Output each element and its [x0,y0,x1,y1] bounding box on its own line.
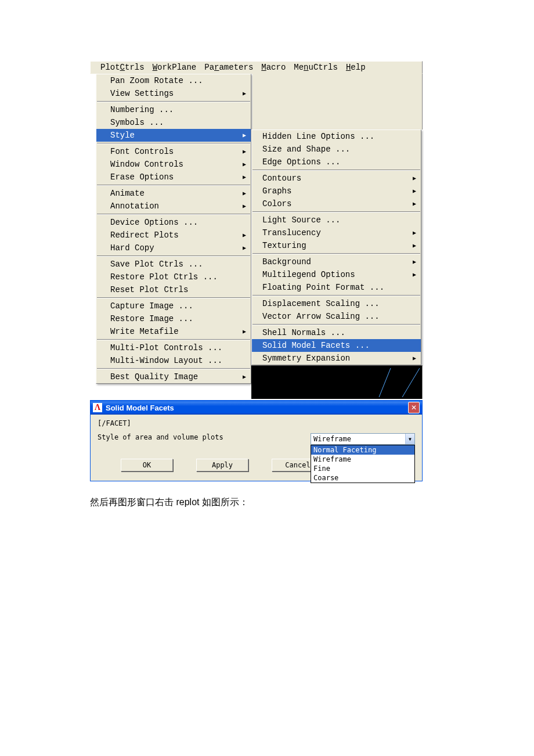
dropdown-arrow-icon: ▼ [405,434,414,444]
submenu-item[interactable]: Edge Options ... [252,156,421,168]
menu-item[interactable]: Redirect Plots▶ [96,229,251,242]
menu-item[interactable]: View Settings▶ [96,87,251,100]
menu-item[interactable]: Best Quality Image▶ [96,370,251,383]
facet-style-select[interactable]: Wireframe ▼ [311,433,415,445]
menu-item[interactable]: Numbering ... [96,103,251,116]
submenu-item[interactable]: Shell Normals ... [252,326,421,339]
submenu-item[interactable]: Symmetry Expansion▶ [252,352,421,365]
apply-button[interactable]: Apply [196,459,248,471]
menu-item[interactable]: Multi-Window Layout ... [96,354,251,367]
style-submenu: Hidden Line Options ...Size and Shape ..… [251,129,421,365]
submenu-item[interactable]: Size and Shape ... [252,143,421,156]
svg-line-1 [402,368,420,397]
menu-item[interactable]: Restore Image ... [96,312,251,325]
menu-item[interactable]: Font Controls▶ [96,145,251,158]
submenu-item[interactable]: Displacement Scaling ... [252,297,421,310]
menu-item[interactable]: Erase Options▶ [96,171,251,183]
submenu-item[interactable]: Background▶ [252,255,421,268]
submenu-item[interactable]: Contours▶ [252,172,421,185]
facet-options-list: Normal FacetingWireframeFineCoarse [311,445,415,483]
menu-macro[interactable]: Macro [257,62,290,73]
select-value: Wireframe [313,435,351,443]
submenu-item[interactable]: Translucency▶ [252,226,421,239]
dialog-title: Solid Model Facets [106,404,408,412]
menu-menuctrls[interactable]: MenuCtrls [290,62,342,73]
submenu-item[interactable]: Texturing▶ [252,239,421,252]
titlebar: Λ Solid Model Facets ✕ [91,401,422,415]
menu-item[interactable]: Capture Image ... [96,300,251,312]
graphics-window [251,365,423,399]
menubar: PlotCtrls WorkPlane Parameters Macro Men… [90,61,423,74]
menu-item[interactable]: Restore Plot Ctrls ... [96,271,251,283]
submenu-item[interactable]: Hidden Line Options ... [252,130,421,143]
submenu-item[interactable]: Multilegend Options▶ [252,268,421,281]
submenu-item[interactable]: Floating Point Format ... [252,281,421,294]
select-option[interactable]: Fine [311,464,414,473]
menu-plotctrls[interactable]: PlotCtrls [96,62,149,73]
select-option[interactable]: Coarse [311,473,414,483]
menu-item[interactable]: Window Controls▶ [96,158,251,171]
menu-item[interactable]: Hard Copy▶ [96,242,251,254]
ansys-icon: Λ [93,403,102,412]
select-option[interactable]: Wireframe [311,455,414,464]
menu-item[interactable]: Save Plot Ctrls ... [96,258,251,271]
menu-item[interactable]: Pan Zoom Rotate ... [96,74,251,87]
menu-item[interactable]: Animate▶ [96,187,251,200]
close-button[interactable]: ✕ [408,402,420,413]
menu-item[interactable]: Symbols ... [96,116,251,129]
menu-item[interactable]: Annotation▶ [96,200,251,213]
submenu-item[interactable]: Graphs▶ [252,185,421,197]
command-label: [/FACET] [98,419,415,427]
menu-item[interactable]: Write Metafile▶ [96,325,251,338]
svg-line-0 [379,368,391,397]
caption-text: 然后再图形窗口右击 replot 如图所示： [90,496,534,509]
submenu-item[interactable]: Solid Model Facets ... [252,339,421,352]
solid-model-facets-dialog: Λ Solid Model Facets ✕ [/FACET] Style of… [90,400,423,481]
submenu-item[interactable]: Vector Arrow Scaling ... [252,310,421,323]
field-label: Style of area and volume plots [98,433,311,441]
menu-item[interactable]: Reset Plot Ctrls [96,283,251,296]
select-option[interactable]: Normal Faceting [311,445,414,455]
menu-item[interactable]: Style▶ [96,129,251,142]
menu-item[interactable]: Multi-Plot Controls ... [96,341,251,354]
menu-help[interactable]: Help [342,62,370,73]
menu-workplane[interactable]: WorkPlane [149,62,201,73]
menu-item[interactable]: Device Options ... [96,216,251,229]
submenu-item[interactable]: Light Source ... [252,214,421,226]
menu-parameters[interactable]: Parameters [200,62,257,73]
ok-button[interactable]: OK [121,459,173,471]
submenu-item[interactable]: Colors▶ [252,197,421,210]
plotctrls-dropdown: Pan Zoom Rotate ...View Settings▶Numberi… [96,74,251,384]
